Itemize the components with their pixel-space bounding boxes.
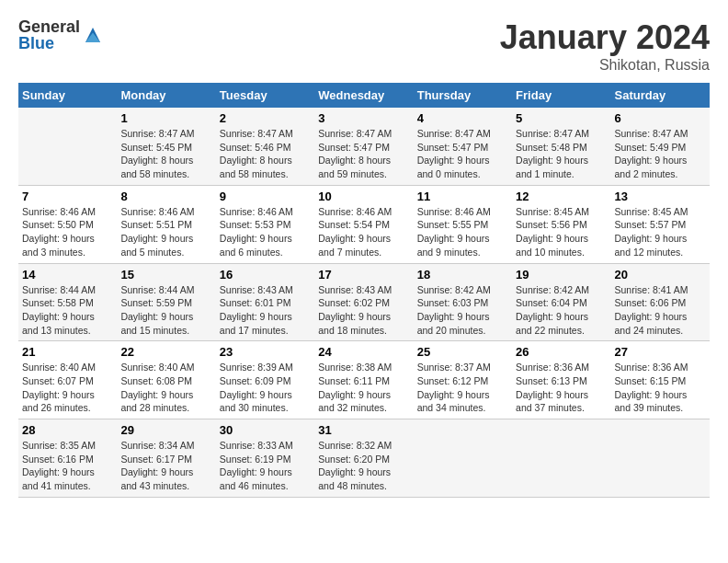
day-info: Sunrise: 8:36 AMSunset: 6:15 PMDaylight:…: [615, 361, 706, 415]
day-info: Sunrise: 8:47 AMSunset: 5:45 PMDaylight:…: [120, 127, 211, 181]
month-title: January 2024: [500, 18, 710, 57]
weekday-header-wednesday: Wednesday: [314, 83, 413, 108]
day-number: 3: [318, 111, 409, 125]
day-cell: 30Sunrise: 8:33 AMSunset: 6:19 PMDayligh…: [216, 419, 314, 498]
day-info: Sunrise: 8:33 AMSunset: 6:19 PMDaylight:…: [220, 439, 311, 493]
logo-general-text: General: [18, 18, 80, 35]
day-cell: 21Sunrise: 8:40 AMSunset: 6:07 PMDayligh…: [18, 341, 117, 419]
week-row-2: 7Sunrise: 8:46 AMSunset: 5:50 PMDaylight…: [18, 185, 710, 263]
day-info: Sunrise: 8:38 AMSunset: 6:11 PMDaylight:…: [318, 361, 409, 415]
day-info: Sunrise: 8:44 AMSunset: 5:59 PMDaylight:…: [120, 283, 211, 338]
week-row-4: 21Sunrise: 8:40 AMSunset: 6:07 PMDayligh…: [18, 341, 710, 419]
day-info: Sunrise: 8:46 AMSunset: 5:51 PMDaylight:…: [120, 205, 211, 259]
day-number: 26: [516, 345, 607, 359]
day-cell: 27Sunrise: 8:36 AMSunset: 6:15 PMDayligh…: [611, 341, 710, 419]
day-number: 18: [417, 268, 508, 282]
day-number: 27: [615, 345, 706, 359]
day-cell: 14Sunrise: 8:44 AMSunset: 5:58 PMDayligh…: [18, 263, 117, 341]
day-number: 2: [220, 111, 311, 125]
day-number: 9: [220, 190, 311, 203]
page-header: General Blue January 2024 Shikotan, Russ…: [18, 18, 710, 74]
day-cell: 28Sunrise: 8:35 AMSunset: 6:16 PMDayligh…: [18, 419, 117, 498]
day-info: Sunrise: 8:42 AMSunset: 6:03 PMDaylight:…: [417, 283, 508, 338]
day-cell: 1Sunrise: 8:47 AMSunset: 5:45 PMDaylight…: [117, 108, 215, 185]
day-number: 14: [22, 268, 113, 282]
day-cell: 20Sunrise: 8:41 AMSunset: 6:06 PMDayligh…: [611, 263, 710, 341]
day-cell: 8Sunrise: 8:46 AMSunset: 5:51 PMDaylight…: [117, 185, 215, 263]
day-cell: 7Sunrise: 8:46 AMSunset: 5:50 PMDaylight…: [18, 185, 117, 263]
day-info: Sunrise: 8:47 AMSunset: 5:47 PMDaylight:…: [318, 127, 409, 181]
weekday-header-monday: Monday: [117, 83, 215, 108]
day-number: 28: [22, 423, 113, 437]
day-info: Sunrise: 8:36 AMSunset: 6:13 PMDaylight:…: [516, 361, 607, 415]
day-cell: [414, 419, 512, 498]
day-info: Sunrise: 8:47 AMSunset: 5:46 PMDaylight:…: [220, 127, 311, 181]
day-number: 7: [22, 190, 113, 203]
day-cell: 31Sunrise: 8:32 AMSunset: 6:20 PMDayligh…: [314, 419, 413, 498]
day-cell: 10Sunrise: 8:46 AMSunset: 5:54 PMDayligh…: [314, 185, 413, 263]
weekday-header-thursday: Thursday: [414, 83, 512, 108]
day-number: 6: [615, 111, 706, 125]
day-info: Sunrise: 8:46 AMSunset: 5:53 PMDaylight:…: [220, 205, 311, 259]
day-info: Sunrise: 8:44 AMSunset: 5:58 PMDaylight:…: [22, 283, 113, 338]
week-row-3: 14Sunrise: 8:44 AMSunset: 5:58 PMDayligh…: [18, 263, 710, 341]
week-row-5: 28Sunrise: 8:35 AMSunset: 6:16 PMDayligh…: [18, 419, 710, 498]
title-block: January 2024 Shikotan, Russia: [500, 18, 710, 74]
day-cell: [611, 419, 710, 498]
day-cell: 18Sunrise: 8:42 AMSunset: 6:03 PMDayligh…: [414, 263, 512, 341]
day-number: 8: [120, 190, 211, 203]
day-cell: 24Sunrise: 8:38 AMSunset: 6:11 PMDayligh…: [314, 341, 413, 419]
day-info: Sunrise: 8:46 AMSunset: 5:50 PMDaylight:…: [22, 205, 113, 259]
day-info: Sunrise: 8:45 AMSunset: 5:56 PMDaylight:…: [516, 205, 607, 259]
day-cell: 29Sunrise: 8:34 AMSunset: 6:17 PMDayligh…: [117, 419, 215, 498]
day-info: Sunrise: 8:43 AMSunset: 6:01 PMDaylight:…: [220, 283, 311, 338]
weekday-header-sunday: Sunday: [18, 83, 117, 108]
day-info: Sunrise: 8:41 AMSunset: 6:06 PMDaylight:…: [615, 283, 706, 338]
day-number: 31: [318, 423, 409, 437]
day-cell: 3Sunrise: 8:47 AMSunset: 5:47 PMDaylight…: [314, 108, 413, 185]
day-info: Sunrise: 8:43 AMSunset: 6:02 PMDaylight:…: [318, 283, 409, 338]
day-cell: 11Sunrise: 8:46 AMSunset: 5:55 PMDayligh…: [414, 185, 512, 263]
day-number: 19: [516, 268, 607, 282]
day-cell: 4Sunrise: 8:47 AMSunset: 5:47 PMDaylight…: [414, 108, 512, 185]
day-number: 25: [417, 345, 508, 359]
day-cell: 5Sunrise: 8:47 AMSunset: 5:48 PMDaylight…: [512, 108, 610, 185]
logo: General Blue: [18, 18, 104, 52]
weekday-header-row: SundayMondayTuesdayWednesdayThursdayFrid…: [18, 83, 710, 108]
day-number: 23: [220, 345, 311, 359]
day-cell: 15Sunrise: 8:44 AMSunset: 5:59 PMDayligh…: [117, 263, 215, 341]
calendar-table: SundayMondayTuesdayWednesdayThursdayFrid…: [18, 83, 710, 498]
day-info: Sunrise: 8:39 AMSunset: 6:09 PMDaylight:…: [220, 361, 311, 415]
day-number: 10: [318, 190, 409, 203]
day-info: Sunrise: 8:46 AMSunset: 5:54 PMDaylight:…: [318, 205, 409, 259]
weekday-header-friday: Friday: [512, 83, 610, 108]
logo-blue-text: Blue: [18, 35, 80, 52]
day-info: Sunrise: 8:34 AMSunset: 6:17 PMDaylight:…: [120, 439, 211, 493]
day-info: Sunrise: 8:47 AMSunset: 5:48 PMDaylight:…: [516, 127, 607, 181]
day-cell: 13Sunrise: 8:45 AMSunset: 5:57 PMDayligh…: [611, 185, 710, 263]
day-number: 29: [120, 423, 211, 437]
day-cell: 2Sunrise: 8:47 AMSunset: 5:46 PMDaylight…: [216, 108, 314, 185]
weekday-header-saturday: Saturday: [611, 83, 710, 108]
day-info: Sunrise: 8:45 AMSunset: 5:57 PMDaylight:…: [615, 205, 706, 259]
day-cell: 9Sunrise: 8:46 AMSunset: 5:53 PMDaylight…: [216, 185, 314, 263]
day-cell: 23Sunrise: 8:39 AMSunset: 6:09 PMDayligh…: [216, 341, 314, 419]
day-info: Sunrise: 8:47 AMSunset: 5:49 PMDaylight:…: [615, 127, 706, 181]
day-cell: 26Sunrise: 8:36 AMSunset: 6:13 PMDayligh…: [512, 341, 610, 419]
day-cell: 16Sunrise: 8:43 AMSunset: 6:01 PMDayligh…: [216, 263, 314, 341]
day-info: Sunrise: 8:35 AMSunset: 6:16 PMDaylight:…: [22, 439, 113, 493]
day-number: 22: [120, 345, 211, 359]
day-cell: 6Sunrise: 8:47 AMSunset: 5:49 PMDaylight…: [611, 108, 710, 185]
day-cell: [512, 419, 610, 498]
day-number: 21: [22, 345, 113, 359]
day-number: 20: [615, 268, 706, 282]
day-info: Sunrise: 8:40 AMSunset: 6:08 PMDaylight:…: [120, 361, 211, 415]
day-number: 5: [516, 111, 607, 125]
day-number: 15: [120, 268, 211, 282]
day-number: 11: [417, 190, 508, 203]
logo-icon: [82, 24, 104, 46]
day-info: Sunrise: 8:46 AMSunset: 5:55 PMDaylight:…: [417, 205, 508, 259]
location-text: Shikotan, Russia: [500, 57, 710, 74]
day-info: Sunrise: 8:47 AMSunset: 5:47 PMDaylight:…: [417, 127, 508, 181]
svg-marker-1: [85, 33, 100, 42]
